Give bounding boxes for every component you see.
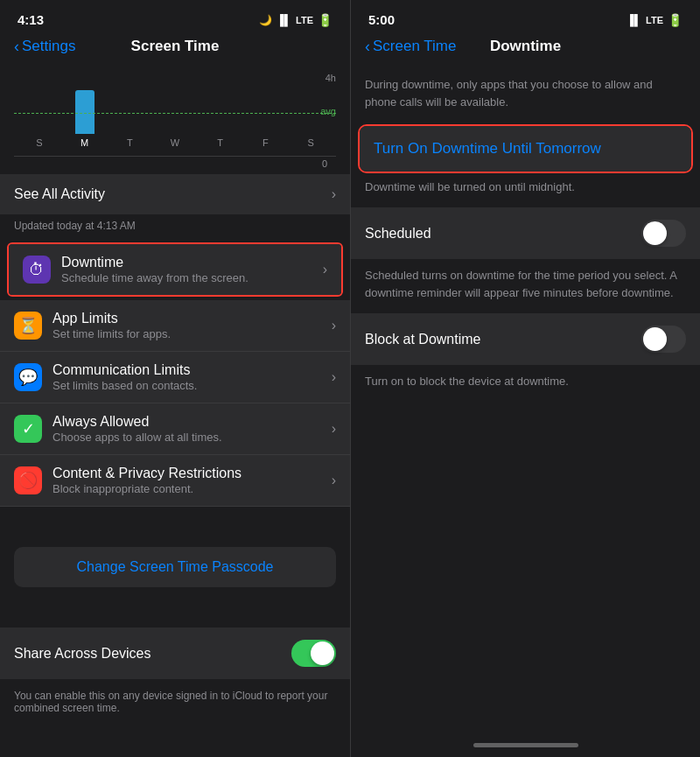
right-time: 5:00 xyxy=(368,12,395,27)
right-back-button[interactable]: ‹ Screen Time xyxy=(365,38,456,56)
always-allowed-title: Always Allowed xyxy=(52,414,332,430)
see-all-label: See All Activity xyxy=(14,186,105,202)
right-signal-icon: ▐▌ xyxy=(626,14,641,26)
downtime-symbol: ⏱ xyxy=(29,261,45,279)
content-privacy-row[interactable]: 🚫 Content & Privacy Restrictions Block i… xyxy=(0,455,350,507)
turn-on-btn-wrapper: Turn On Downtime Until Tomorrow xyxy=(358,124,693,173)
scheduled-description: Scheduled turns on downtime for the time… xyxy=(351,260,700,313)
bar-w-label: W xyxy=(171,137,179,148)
block-at-downtime-description: Turn on to block the device at downtime. xyxy=(351,366,700,403)
see-all-chevron-icon: › xyxy=(332,186,336,202)
app-limits-icon: ⏳ xyxy=(14,312,42,340)
downtime-icon: ⏱ xyxy=(23,256,51,284)
downtime-title: Downtime xyxy=(61,255,323,270)
always-allowed-text: Always Allowed Choose apps to allow at a… xyxy=(52,414,332,444)
passcode-button[interactable]: Change Screen Time Passcode xyxy=(14,547,336,587)
right-nav-title: Downtime xyxy=(490,38,561,55)
passcode-label: Change Screen Time Passcode xyxy=(76,559,273,574)
left-nav-bar: ‹ Settings Screen Time xyxy=(0,34,350,64)
bar-m-label: M xyxy=(80,137,88,148)
bar-t1-label: T xyxy=(127,137,133,148)
comm-limits-chevron-icon: › xyxy=(332,369,336,385)
bar-w: W xyxy=(158,134,192,148)
always-allowed-row[interactable]: ✓ Always Allowed Choose apps to allow at… xyxy=(0,403,350,455)
bar-s1-label: S xyxy=(36,137,42,148)
block-at-downtime-label: Block at Downtime xyxy=(365,332,481,347)
right-panel: 5:00 ▐▌ LTE 🔋 ‹ Screen Time Downtime Dur… xyxy=(350,0,700,757)
left-back-chevron-icon: ‹ xyxy=(14,38,19,56)
bar-t1: T xyxy=(113,134,146,148)
share-label: Share Across Devices xyxy=(14,646,151,662)
block-at-downtime-section: Block at Downtime Turn on to block the d… xyxy=(351,313,700,403)
downtime-description: During downtime, only apps that you choo… xyxy=(351,64,700,124)
bar-s2-label: S xyxy=(308,137,314,148)
downtime-subtitle: Schedule time away from the screen. xyxy=(61,271,323,284)
turn-on-subtext: Downtime will be turned on until midnigh… xyxy=(351,175,700,207)
chart-area: 4h avg S M T W xyxy=(0,64,350,174)
lte-label: LTE xyxy=(296,15,313,25)
bar-m-bar xyxy=(75,90,94,134)
comm-limits-symbol: 💬 xyxy=(18,368,38,387)
block-at-downtime-toggle[interactable] xyxy=(641,326,686,353)
content-privacy-symbol: 🚫 xyxy=(18,471,38,490)
right-battery-icon: 🔋 xyxy=(668,13,682,27)
right-lte-label: LTE xyxy=(646,15,663,25)
always-allowed-icon: ✓ xyxy=(14,415,42,443)
scheduled-toggle[interactable] xyxy=(641,220,686,247)
zero-label: 0 xyxy=(322,158,327,169)
section-gap-2 xyxy=(0,601,350,627)
content-privacy-subtitle: Block inappropriate content. xyxy=(52,482,332,495)
left-back-label: Settings xyxy=(22,38,75,55)
app-limits-title: App Limits xyxy=(52,311,332,326)
bar-t2: T xyxy=(204,134,237,148)
comm-limits-subtitle: Set limits based on contacts. xyxy=(52,379,332,392)
avg-line xyxy=(14,113,336,114)
downtime-chevron-icon: › xyxy=(323,262,327,277)
app-limits-symbol: ⏳ xyxy=(18,316,38,335)
share-toggle[interactable] xyxy=(291,640,336,667)
app-limits-subtitle: Set time limits for apps. xyxy=(52,327,332,340)
content-privacy-icon: 🚫 xyxy=(14,466,42,494)
bar-f: F xyxy=(249,134,283,148)
home-bar xyxy=(473,743,578,747)
scheduled-row: Scheduled xyxy=(351,207,700,259)
chart-container: avg S M T W xyxy=(14,87,336,157)
comm-limits-row[interactable]: 💬 Communication Limits Set limits based … xyxy=(0,352,350,403)
bar-chart: S M T W T xyxy=(14,87,336,148)
chart-top-label: 4h xyxy=(14,73,336,83)
bar-m: M xyxy=(68,90,102,148)
moon-icon: 🌙 xyxy=(259,14,272,26)
comm-limits-title: Communication Limits xyxy=(52,362,332,378)
chart-zero-row: 0 xyxy=(14,157,336,169)
right-status-bar: 5:00 ▐▌ LTE 🔋 xyxy=(351,0,700,34)
comm-limits-text: Communication Limits Set limits based on… xyxy=(52,362,332,392)
bar-t2-label: T xyxy=(217,137,223,148)
left-back-button[interactable]: ‹ Settings xyxy=(14,38,75,56)
app-limits-chevron-icon: › xyxy=(332,318,336,333)
app-limits-text: App Limits Set time limits for apps. xyxy=(52,311,332,340)
left-time: 4:13 xyxy=(18,12,44,27)
right-back-chevron-icon: ‹ xyxy=(365,38,370,56)
comm-limits-icon: 💬 xyxy=(14,363,42,391)
scheduled-label: Scheduled xyxy=(365,226,431,242)
left-nav-title: Screen Time xyxy=(131,38,220,55)
left-status-bar: 4:13 🌙 ▐▌ LTE 🔋 xyxy=(0,0,350,34)
bar-s2: S xyxy=(294,134,327,148)
avg-label: avg xyxy=(320,106,336,116)
content-privacy-chevron-icon: › xyxy=(332,473,336,488)
section-gap-1 xyxy=(0,507,350,533)
always-allowed-subtitle: Choose apps to allow at all times. xyxy=(52,431,332,444)
turn-on-downtime-button[interactable]: Turn On Downtime Until Tomorrow xyxy=(360,126,691,172)
share-note: You can enable this on any device signed… xyxy=(0,686,350,718)
block-at-downtime-row: Block at Downtime xyxy=(351,313,700,365)
content-privacy-text: Content & Privacy Restrictions Block ina… xyxy=(52,466,332,495)
see-all-row[interactable]: See All Activity › xyxy=(0,174,350,214)
battery-icon: 🔋 xyxy=(318,13,332,27)
app-limits-row[interactable]: ⏳ App Limits Set time limits for apps. › xyxy=(0,300,350,352)
downtime-row[interactable]: ⏱ Downtime Schedule time away from the s… xyxy=(9,244,341,295)
downtime-text: Downtime Schedule time away from the scr… xyxy=(61,255,323,284)
home-indicator xyxy=(351,732,700,757)
turn-on-label: Turn On Downtime Until Tomorrow xyxy=(374,140,601,158)
scheduled-section: Scheduled Scheduled turns on downtime fo… xyxy=(351,207,700,313)
downtime-row-highlighted[interactable]: ⏱ Downtime Schedule time away from the s… xyxy=(7,242,343,297)
